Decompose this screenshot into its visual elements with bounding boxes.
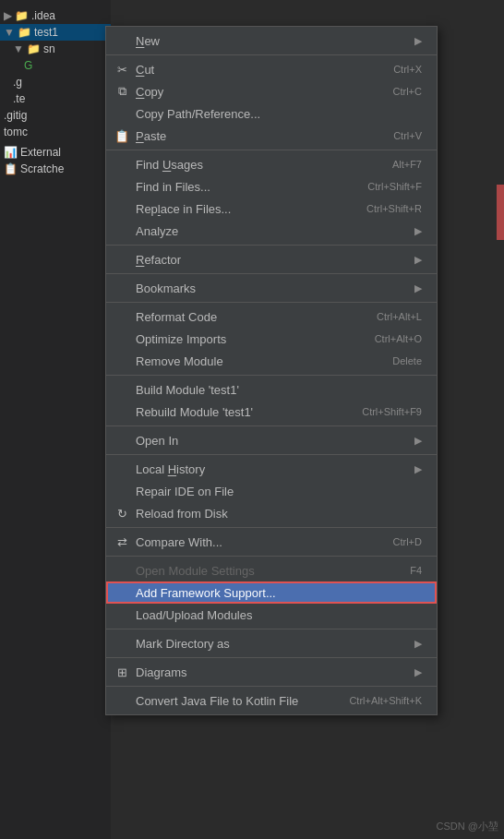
menu-item-cut[interactable]: ✂ Cut Ctrl+X xyxy=(106,58,437,80)
tree-item-g[interactable]: G xyxy=(0,57,111,74)
menu-item-add-framework[interactable]: Add Framework Support... xyxy=(106,581,437,604)
menu-section-compare: ⇄ Compare With... Ctrl+D xyxy=(106,528,437,557)
menu-item-copy[interactable]: ⧉ Copy Ctrl+C xyxy=(106,80,437,102)
menu-item-refactor[interactable]: Refactor ▶ xyxy=(106,248,437,270)
submenu-arrow: ▶ xyxy=(414,638,422,650)
menu-item-paste[interactable]: 📋 Paste Ctrl+V xyxy=(106,125,437,147)
shortcut-reformat: Ctrl+Alt+L xyxy=(377,311,422,322)
menu-item-reformat[interactable]: Reformat Code Ctrl+Alt+L xyxy=(106,306,437,328)
submenu-arrow: ▶ xyxy=(414,666,422,678)
shortcut-compare: Ctrl+D xyxy=(393,536,422,547)
menu-label: Copy xyxy=(136,85,163,99)
shortcut-rebuild: Ctrl+Shift+F9 xyxy=(362,406,422,417)
menu-label: Bookmarks xyxy=(136,282,196,295)
menu-section-bookmarks: Bookmarks ▶ xyxy=(106,274,437,303)
menu-label: Open In xyxy=(136,434,178,448)
tree-label: .te xyxy=(13,92,25,105)
menu-label: Diagrams xyxy=(136,665,187,679)
menu-label: Mark Directory as xyxy=(136,637,230,651)
menu-item-diagrams[interactable]: ⊞ Diagrams ▶ xyxy=(106,661,437,683)
menu-label: New xyxy=(136,34,160,48)
menu-label: Repair IDE on File xyxy=(136,485,234,498)
menu-item-reload-disk[interactable]: ↻ Reload from Disk xyxy=(106,502,437,524)
folder-icon: 📁 xyxy=(15,9,29,22)
tree-label: .idea xyxy=(31,9,55,22)
menu-section-clipboard: ✂ Cut Ctrl+X ⧉ Copy Ctrl+C Copy Path/Ref… xyxy=(106,55,437,150)
expand-arrow: ▼ xyxy=(13,42,24,55)
tree-label: .gitig xyxy=(4,109,27,122)
menu-item-build-module[interactable]: Build Module 'test1' xyxy=(106,378,437,401)
shortcut-find-usages: Alt+F7 xyxy=(392,159,422,170)
tree-item-scratche[interactable]: 📋 Scratche xyxy=(0,161,111,177)
menu-section-diagrams: ⊞ Diagrams ▶ xyxy=(106,658,437,687)
menu-item-local-history[interactable]: Local History ▶ xyxy=(106,458,437,480)
menu-item-copy-path[interactable]: Copy Path/Reference... xyxy=(106,102,437,125)
watermark: CSDN @小堃 xyxy=(437,820,498,833)
tree-label: .g xyxy=(13,76,22,89)
menu-item-convert-java[interactable]: Convert Java File to Kotlin File Ctrl+Al… xyxy=(106,689,437,712)
menu-section-open-in: Open In ▶ xyxy=(106,426,437,455)
menu-item-new[interactable]: New ▶ xyxy=(106,30,437,52)
expand-arrow: ▼ xyxy=(4,26,15,39)
menu-label: Analyze xyxy=(136,224,178,238)
menu-label: Load/Upload Modules xyxy=(136,608,252,622)
tree-item-tomc[interactable]: tomc xyxy=(0,124,111,140)
menu-item-find-usages[interactable]: Find Usages Alt+F7 xyxy=(106,153,437,175)
tree-item-te[interactable]: .te xyxy=(0,90,111,107)
tree-item-external[interactable]: 📊 External xyxy=(0,144,111,161)
menu-item-bookmarks[interactable]: Bookmarks ▶ xyxy=(106,277,437,299)
menu-section-find: Find Usages Alt+F7 Find in Files... Ctrl… xyxy=(106,150,437,246)
menu-section-code: Reformat Code Ctrl+Alt+L Optimize Import… xyxy=(106,303,437,376)
tree-item-sn[interactable]: ▼ 📁 sn xyxy=(0,41,111,57)
menu-label: Reformat Code xyxy=(136,310,217,324)
paste-icon: 📋 xyxy=(114,129,130,143)
menu-section-refactor: Refactor ▶ xyxy=(106,246,437,274)
menu-label: Open Module Settings xyxy=(136,564,255,578)
menu-item-mark-directory[interactable]: Mark Directory as ▶ xyxy=(106,632,437,654)
menu-label: Reload from Disk xyxy=(136,507,228,521)
tree-label: test1 xyxy=(34,26,58,39)
file-icon: G xyxy=(24,59,32,72)
menu-item-replace-in-files[interactable]: Replace in Files... Ctrl+Shift+R xyxy=(106,198,437,220)
menu-label: Optimize Imports xyxy=(136,332,226,346)
shortcut-paste: Ctrl+V xyxy=(393,130,422,141)
folder-icon: 📁 xyxy=(18,26,31,39)
copy-icon: ⧉ xyxy=(114,84,130,99)
submenu-arrow: ▶ xyxy=(414,435,422,447)
menu-item-analyze[interactable]: Analyze ▶ xyxy=(106,220,437,242)
tree-item-test1[interactable]: ▼ 📁 test1 xyxy=(0,24,111,41)
menu-label: Find in Files... xyxy=(136,180,210,194)
menu-section-module: Open Module Settings F4 Add Framework Su… xyxy=(106,557,437,629)
tree-item-idea[interactable]: ▶ 📁 .idea xyxy=(0,7,111,24)
menu-section-new: New ▶ xyxy=(106,27,437,55)
shortcut-copy: Ctrl+C xyxy=(393,86,422,97)
shortcut-module-settings: F4 xyxy=(410,565,422,576)
cut-icon: ✂ xyxy=(114,63,130,77)
menu-item-find-in-files[interactable]: Find in Files... Ctrl+Shift+F xyxy=(106,175,437,198)
submenu-arrow: ▶ xyxy=(414,282,422,294)
tree-item-gitignore[interactable]: .gitig xyxy=(0,107,111,124)
menu-label: Refactor xyxy=(136,253,181,267)
menu-label: Add Framework Support... xyxy=(136,586,276,600)
menu-label: Build Module 'test1' xyxy=(136,383,239,397)
menu-item-open-module-settings[interactable]: Open Module Settings F4 xyxy=(106,559,437,581)
menu-item-optimize-imports[interactable]: Optimize Imports Ctrl+Alt+O xyxy=(106,328,437,350)
compare-icon: ⇄ xyxy=(114,535,130,549)
menu-label: Rebuild Module 'test1' xyxy=(136,405,253,419)
shortcut-cut: Ctrl+X xyxy=(393,64,422,75)
menu-item-load-upload[interactable]: Load/Upload Modules xyxy=(106,604,437,626)
tree-label: Scratche xyxy=(20,162,64,175)
tree-item-g2[interactable]: .g xyxy=(0,74,111,90)
menu-item-rebuild-module[interactable]: Rebuild Module 'test1' Ctrl+Shift+F9 xyxy=(106,401,437,423)
menu-label: Copy Path/Reference... xyxy=(136,107,260,121)
menu-item-repair-ide[interactable]: Repair IDE on File xyxy=(106,480,437,502)
menu-item-open-in[interactable]: Open In ▶ xyxy=(106,429,437,451)
diagrams-icon: ⊞ xyxy=(114,665,130,679)
menu-item-compare[interactable]: ⇄ Compare With... Ctrl+D xyxy=(106,531,437,553)
menu-label: Compare With... xyxy=(136,535,222,549)
tree-label: tomc xyxy=(4,126,28,138)
menu-label: Replace in Files... xyxy=(136,202,231,216)
submenu-arrow: ▶ xyxy=(414,225,422,237)
menu-item-remove-module[interactable]: Remove Module Delete xyxy=(106,350,437,372)
tree-label: sn xyxy=(43,42,55,55)
